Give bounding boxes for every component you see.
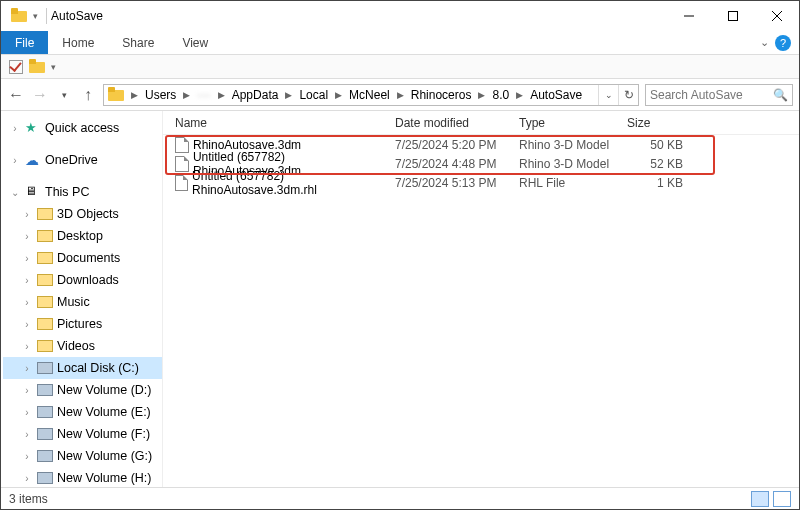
ribbon-expand-icon[interactable]: ⌄: [760, 36, 769, 49]
breadcrumb[interactable]: AutoSave: [526, 88, 586, 102]
folder-icon: [37, 338, 53, 354]
breadcrumb[interactable]: 8.0: [488, 88, 513, 102]
search-input[interactable]: Search AutoSave 🔍: [645, 84, 793, 106]
chevron-right-icon[interactable]: ▶: [180, 90, 193, 100]
chevron-right-icon[interactable]: ▶: [475, 90, 488, 100]
chevron-right-icon[interactable]: ▶: [513, 90, 526, 100]
disk-icon: [37, 470, 53, 486]
close-button[interactable]: [755, 2, 799, 30]
cloud-icon: [25, 152, 41, 168]
file-icon: [175, 156, 189, 172]
address-bar[interactable]: ▶ Users▶ ····▶ AppData▶ Local▶ McNeel▶ R…: [103, 84, 639, 106]
file-size: 52 KB: [627, 157, 683, 171]
tree-item[interactable]: ›New Volume (F:): [3, 423, 162, 445]
large-icons-view-icon[interactable]: [773, 491, 791, 507]
star-icon: [25, 120, 41, 136]
tree-label: New Volume (D:): [57, 383, 151, 397]
folder-icon: [11, 8, 27, 24]
tree-item[interactable]: ›New Volume (G:): [3, 445, 162, 467]
file-rows: RhinoAutosave.3dm 7/25/2024 5:20 PM Rhin…: [163, 135, 799, 192]
down-caret-icon[interactable]: ▾: [33, 11, 38, 21]
tab-file[interactable]: File: [1, 31, 48, 54]
col-date[interactable]: Date modified: [395, 116, 519, 130]
file-size: 1 KB: [627, 176, 683, 190]
tree-item[interactable]: ›3D Objects: [3, 203, 162, 225]
tree-item[interactable]: ›New Volume (H:): [3, 467, 162, 487]
item-count: 3 items: [9, 492, 48, 506]
tree-item[interactable]: ›Downloads: [3, 269, 162, 291]
file-type: Rhino 3-D Model: [519, 138, 627, 152]
tree-item[interactable]: ›Pictures: [3, 313, 162, 335]
breadcrumb[interactable]: AppData: [228, 88, 283, 102]
new-folder-icon[interactable]: [29, 59, 45, 75]
navigation-tree[interactable]: ›Quick access ›OneDrive ⌄This PC ›3D Obj…: [1, 111, 163, 487]
file-icon: [175, 137, 189, 153]
pc-icon: [25, 184, 41, 200]
disk-icon: [37, 382, 53, 398]
file-list: Name Date modified Type Size RhinoAutosa…: [163, 111, 799, 487]
forward-button[interactable]: →: [31, 86, 49, 104]
properties-checkbox-icon[interactable]: [9, 60, 23, 74]
tree-this-pc[interactable]: ⌄This PC: [3, 181, 162, 203]
maximize-button[interactable]: [711, 2, 755, 30]
tree-label: OneDrive: [45, 153, 98, 167]
help-icon[interactable]: ?: [775, 35, 791, 51]
refresh-icon[interactable]: ↻: [618, 85, 638, 105]
tree-label: Pictures: [57, 317, 102, 331]
chevron-right-icon[interactable]: ▶: [332, 90, 345, 100]
tab-view[interactable]: View: [168, 31, 222, 54]
navigation-bar: ← → ▾ ↑ ▶ Users▶ ····▶ AppData▶ Local▶ M…: [1, 79, 799, 111]
tab-home[interactable]: Home: [48, 31, 108, 54]
col-name[interactable]: Name: [163, 116, 395, 130]
status-bar: 3 items: [1, 487, 799, 509]
tab-share[interactable]: Share: [108, 31, 168, 54]
folder-icon: [37, 316, 53, 332]
col-type[interactable]: Type: [519, 116, 627, 130]
tree-item[interactable]: ›New Volume (D:): [3, 379, 162, 401]
qat-dropdown-icon[interactable]: ▾: [51, 62, 56, 72]
body: ›Quick access ›OneDrive ⌄This PC ›3D Obj…: [1, 111, 799, 487]
folder-icon: [37, 228, 53, 244]
file-type: RHL File: [519, 176, 627, 190]
ribbon-tabs: File Home Share View ⌄ ?: [1, 31, 799, 55]
breadcrumb[interactable]: McNeel: [345, 88, 394, 102]
tree-quick-access[interactable]: ›Quick access: [3, 117, 162, 139]
file-date: 7/25/2024 5:20 PM: [395, 138, 519, 152]
file-type: Rhino 3-D Model: [519, 157, 627, 171]
explorer-window: ▾ AutoSave File Home Share View ⌄ ? ▾ ← …: [0, 0, 800, 510]
tree-item[interactable]: ›Videos: [3, 335, 162, 357]
minimize-button[interactable]: [667, 2, 711, 30]
breadcrumb[interactable]: Users: [141, 88, 180, 102]
file-size: 50 KB: [627, 138, 683, 152]
chevron-right-icon[interactable]: ▶: [215, 90, 228, 100]
breadcrumb[interactable]: Rhinoceros: [407, 88, 476, 102]
titlebar: ▾ AutoSave: [1, 1, 799, 31]
tree-item-local-disk[interactable]: ›Local Disk (C:): [3, 357, 162, 379]
column-headers[interactable]: Name Date modified Type Size: [163, 111, 799, 135]
tree-item[interactable]: ›New Volume (E:): [3, 401, 162, 423]
search-icon: 🔍: [773, 88, 788, 102]
breadcrumb[interactable]: Local: [295, 88, 332, 102]
details-view-icon[interactable]: [751, 491, 769, 507]
chevron-right-icon[interactable]: ▶: [128, 90, 141, 100]
tree-label: 3D Objects: [57, 207, 119, 221]
file-icon: [175, 175, 188, 191]
tree-item[interactable]: ›Music: [3, 291, 162, 313]
file-row[interactable]: Untitled (657782) RhinoAutosave.3dm.rhl …: [163, 173, 799, 192]
tree-label: Documents: [57, 251, 120, 265]
col-size[interactable]: Size: [627, 116, 683, 130]
tree-onedrive[interactable]: ›OneDrive: [3, 149, 162, 171]
tree-item[interactable]: ›Desktop: [3, 225, 162, 247]
chevron-right-icon[interactable]: ▶: [394, 90, 407, 100]
up-button[interactable]: ↑: [79, 86, 97, 104]
chevron-right-icon[interactable]: ▶: [282, 90, 295, 100]
back-button[interactable]: ←: [7, 86, 25, 104]
recent-dropdown-icon[interactable]: ▾: [55, 86, 73, 104]
tree-item[interactable]: ›Documents: [3, 247, 162, 269]
tree-label: Quick access: [45, 121, 119, 135]
disk-icon: [37, 448, 53, 464]
tree-label: Local Disk (C:): [57, 361, 139, 375]
breadcrumb[interactable]: ····: [193, 88, 214, 102]
address-dropdown-icon[interactable]: ⌄: [598, 85, 618, 105]
disk-icon: [37, 426, 53, 442]
